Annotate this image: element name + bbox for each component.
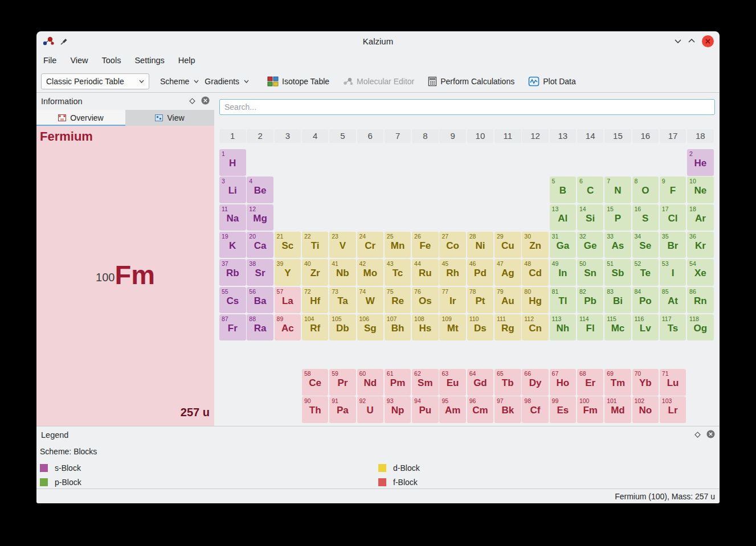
- element-cell-mo[interactable]: 42Mo: [357, 259, 384, 286]
- element-cell-ru[interactable]: 44Ru: [412, 259, 439, 286]
- element-cell-xe[interactable]: 54Xe: [687, 259, 714, 286]
- close-button[interactable]: [702, 35, 714, 47]
- plot-data-button[interactable]: Plot Data: [525, 73, 579, 90]
- element-cell-bk[interactable]: 97Bk: [495, 396, 521, 423]
- element-cell-ts[interactable]: 117Ts: [660, 314, 686, 341]
- element-cell-kr[interactable]: 36Kr: [687, 232, 714, 258]
- element-cell-k[interactable]: 19K: [219, 232, 246, 258]
- element-cell-ca[interactable]: 20Ca: [247, 232, 273, 258]
- element-cell-ne[interactable]: 10Ne: [687, 176, 714, 203]
- element-cell-se[interactable]: 34Se: [632, 232, 659, 258]
- element-cell-sr[interactable]: 38Sr: [247, 259, 273, 286]
- table-selector[interactable]: Classic Periodic Table: [41, 73, 149, 89]
- close-panel-icon[interactable]: [201, 96, 210, 106]
- element-cell-er[interactable]: 68Er: [577, 369, 604, 396]
- element-cell-ba[interactable]: 56Ba: [247, 287, 273, 314]
- element-cell-tm[interactable]: 69Tm: [604, 369, 631, 396]
- element-cell-pr[interactable]: 59Pr: [329, 369, 356, 396]
- element-cell-ga[interactable]: 31Ga: [550, 232, 577, 258]
- element-cell-br[interactable]: 35Br: [660, 232, 686, 258]
- element-cell-am[interactable]: 95Am: [439, 396, 466, 423]
- element-cell-be[interactable]: 4Be: [247, 176, 273, 203]
- element-cell-hg[interactable]: 80Hg: [522, 287, 549, 314]
- element-cell-ra[interactable]: 88Ra: [247, 314, 273, 341]
- element-cell-sn[interactable]: 50Sn: [577, 259, 604, 286]
- element-cell-eu[interactable]: 63Eu: [439, 369, 466, 396]
- element-cell-lr[interactable]: 103Lr: [660, 396, 686, 423]
- element-cell-ar[interactable]: 18Ar: [687, 204, 714, 231]
- element-cell-np[interactable]: 93Np: [385, 396, 411, 423]
- element-cell-pd[interactable]: 46Pd: [467, 259, 494, 286]
- element-cell-o[interactable]: 8O: [632, 176, 659, 203]
- element-cell-sg[interactable]: 106Sg: [357, 314, 384, 341]
- element-cell-al[interactable]: 13Al: [550, 204, 577, 231]
- element-cell-li[interactable]: 3Li: [219, 176, 246, 203]
- element-cell-db[interactable]: 105Db: [329, 314, 356, 341]
- gradients-button[interactable]: Gradients: [202, 73, 252, 90]
- scheme-button[interactable]: Scheme: [157, 73, 202, 90]
- element-cell-cu[interactable]: 29Cu: [495, 232, 521, 258]
- element-cell-b[interactable]: 5B: [550, 176, 577, 203]
- element-cell-zr[interactable]: 40Zr: [302, 259, 329, 286]
- float-panel-icon[interactable]: [189, 97, 195, 106]
- element-cell-gd[interactable]: 64Gd: [467, 369, 494, 396]
- element-cell-pb[interactable]: 82Pb: [577, 287, 604, 314]
- element-cell-fe[interactable]: 26Fe: [412, 232, 439, 258]
- element-cell-ir[interactable]: 77Ir: [439, 287, 466, 314]
- chevron-down-icon[interactable]: [675, 39, 681, 43]
- element-cell-si[interactable]: 14Si: [577, 204, 604, 231]
- tab-overview[interactable]: Overview: [36, 110, 125, 126]
- element-cell-cs[interactable]: 55Cs: [219, 287, 246, 314]
- element-cell-fl[interactable]: 114Fl: [577, 314, 604, 341]
- element-cell-os[interactable]: 76Os: [412, 287, 439, 314]
- element-cell-yb[interactable]: 70Yb: [632, 369, 659, 396]
- element-cell-cf[interactable]: 98Cf: [522, 396, 549, 423]
- menu-item-tools[interactable]: Tools: [102, 56, 121, 65]
- element-cell-y[interactable]: 39Y: [275, 259, 301, 286]
- element-cell-cd[interactable]: 48Cd: [522, 259, 549, 286]
- element-cell-no[interactable]: 102No: [632, 396, 659, 423]
- element-cell-fm[interactable]: 100Fm: [577, 396, 604, 423]
- element-cell-w[interactable]: 74W: [357, 287, 384, 314]
- element-cell-th[interactable]: 90Th: [302, 396, 329, 423]
- element-cell-po[interactable]: 84Po: [632, 287, 659, 314]
- element-cell-ge[interactable]: 32Ge: [577, 232, 604, 258]
- element-cell-re[interactable]: 75Re: [385, 287, 411, 314]
- element-cell-bh[interactable]: 107Bh: [385, 314, 411, 341]
- element-cell-pm[interactable]: 61Pm: [385, 369, 411, 396]
- element-cell-h[interactable]: 1H: [219, 149, 246, 176]
- isotope-table-button[interactable]: Isotope Table: [264, 73, 332, 90]
- element-cell-og[interactable]: 118Og: [687, 314, 714, 341]
- element-cell-s[interactable]: 16S: [632, 204, 659, 231]
- menu-item-file[interactable]: File: [43, 56, 56, 65]
- element-cell-te[interactable]: 52Te: [632, 259, 659, 286]
- element-cell-i[interactable]: 53I: [660, 259, 686, 286]
- float-panel-icon[interactable]: [694, 430, 701, 440]
- element-cell-tl[interactable]: 81Tl: [550, 287, 577, 314]
- element-cell-v[interactable]: 23V: [329, 232, 356, 258]
- element-cell-mn[interactable]: 25Mn: [385, 232, 411, 258]
- element-cell-mt[interactable]: 109Mt: [439, 314, 466, 341]
- element-cell-u[interactable]: 92U: [357, 396, 384, 423]
- element-cell-cm[interactable]: 96Cm: [467, 396, 494, 423]
- element-cell-c[interactable]: 6C: [577, 176, 604, 203]
- element-cell-es[interactable]: 99Es: [550, 396, 577, 423]
- element-cell-sm[interactable]: 62Sm: [412, 369, 439, 396]
- menu-item-view[interactable]: View: [70, 56, 88, 65]
- element-cell-cn[interactable]: 112Cn: [522, 314, 549, 341]
- element-cell-he[interactable]: 2He: [687, 149, 714, 176]
- element-cell-lv[interactable]: 116Lv: [632, 314, 659, 341]
- element-cell-ti[interactable]: 22Ti: [302, 232, 329, 258]
- element-cell-as[interactable]: 33As: [604, 232, 631, 258]
- element-cell-nd[interactable]: 60Nd: [357, 369, 384, 396]
- element-cell-cr[interactable]: 24Cr: [357, 232, 384, 258]
- element-cell-bi[interactable]: 83Bi: [604, 287, 631, 314]
- tab-view[interactable]: View: [125, 110, 214, 126]
- element-cell-sb[interactable]: 51Sb: [604, 259, 631, 286]
- element-cell-la[interactable]: 57La: [275, 287, 301, 314]
- element-cell-f[interactable]: 9F: [660, 176, 686, 203]
- element-cell-ag[interactable]: 47Ag: [495, 259, 521, 286]
- element-cell-pa[interactable]: 91Pa: [329, 396, 356, 423]
- element-cell-tc[interactable]: 43Tc: [385, 259, 411, 286]
- pin-icon[interactable]: [59, 36, 68, 46]
